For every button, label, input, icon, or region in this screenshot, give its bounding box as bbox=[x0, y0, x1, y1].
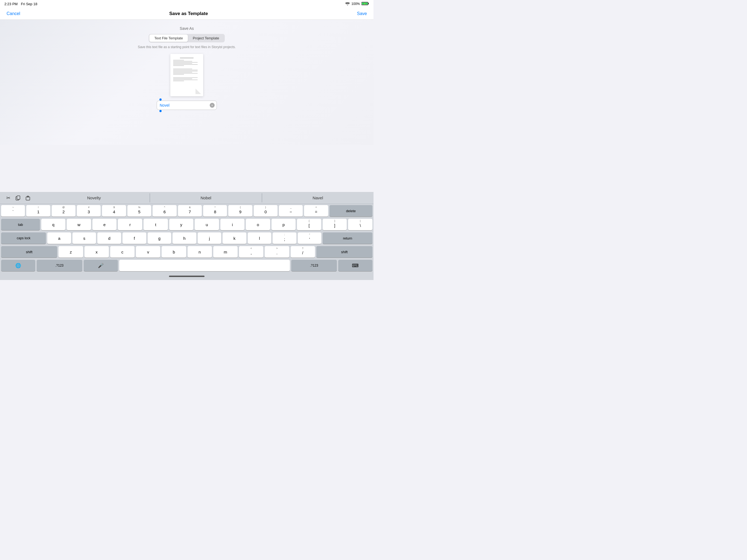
key-quote-apostrophe[interactable]: "' bbox=[298, 232, 321, 244]
key-shift-right[interactable]: shift bbox=[316, 246, 372, 258]
save-button[interactable]: Save bbox=[355, 10, 369, 17]
key-r[interactable]: r bbox=[118, 219, 142, 230]
key-delete[interactable]: delete bbox=[330, 205, 372, 217]
paste-icon[interactable] bbox=[23, 193, 33, 203]
key-z[interactable]: z bbox=[58, 246, 83, 258]
svg-text:⚡: ⚡ bbox=[364, 3, 366, 5]
segment-project[interactable]: Project Template bbox=[188, 34, 224, 42]
key-y[interactable]: y bbox=[169, 219, 194, 230]
key-num-switch-left[interactable]: .?123 bbox=[36, 260, 82, 271]
status-date: Fri Sep 18 bbox=[21, 2, 37, 6]
key-b[interactable]: b bbox=[162, 246, 186, 258]
key-space[interactable] bbox=[119, 260, 290, 271]
key-amp-7[interactable]: &7 bbox=[178, 205, 202, 217]
key-at-2[interactable]: @2 bbox=[52, 205, 75, 217]
key-q[interactable]: q bbox=[41, 219, 66, 230]
key-m[interactable]: m bbox=[213, 246, 238, 258]
svg-rect-5 bbox=[17, 196, 20, 199]
key-p[interactable]: p bbox=[272, 219, 296, 230]
key-rbrace-rbracket[interactable]: }] bbox=[323, 219, 347, 230]
svg-rect-6 bbox=[26, 197, 30, 200]
key-keyboard-dismiss[interactable]: ⌨ bbox=[338, 260, 372, 271]
key-l[interactable]: l bbox=[248, 232, 272, 244]
key-u[interactable]: u bbox=[195, 219, 219, 230]
wifi-icon bbox=[345, 2, 350, 6]
key-d[interactable]: d bbox=[97, 232, 121, 244]
key-mic[interactable]: 🎤 bbox=[84, 260, 118, 271]
key-e[interactable]: e bbox=[93, 219, 117, 230]
description-text: Save this text file as a starting point … bbox=[138, 45, 236, 49]
key-g[interactable]: g bbox=[148, 232, 172, 244]
key-lparen-9[interactable]: (9 bbox=[228, 205, 252, 217]
key-rparen-0[interactable]: )0 bbox=[254, 205, 278, 217]
key-globe[interactable]: 🌐 bbox=[1, 260, 35, 271]
key-o[interactable]: o bbox=[246, 219, 270, 230]
key-pipe-backslash[interactable]: |\ bbox=[348, 219, 372, 230]
key-v[interactable]: v bbox=[136, 246, 160, 258]
segmented-control: Text File Template Project Template bbox=[149, 34, 225, 42]
key-i[interactable]: i bbox=[221, 219, 245, 230]
home-indicator bbox=[0, 272, 374, 280]
key-w[interactable]: w bbox=[67, 219, 91, 230]
key-dollar-4[interactable]: $4 bbox=[102, 205, 126, 217]
input-clear-button[interactable]: × bbox=[210, 103, 215, 108]
key-f[interactable]: f bbox=[123, 232, 146, 244]
key-c[interactable]: c bbox=[110, 246, 134, 258]
key-tilde-backtick[interactable]: ~` bbox=[1, 205, 25, 217]
key-percent-5[interactable]: %5 bbox=[127, 205, 151, 217]
key-hash-3[interactable]: #3 bbox=[77, 205, 101, 217]
template-name-container: × bbox=[157, 101, 217, 110]
key-row-numbers: ~` !1 @2 #3 $4 %5 ^6 &7 *8 (9 )0 _− += d… bbox=[1, 205, 372, 217]
key-n[interactable]: n bbox=[187, 246, 212, 258]
key-caret-6[interactable]: ^6 bbox=[153, 205, 176, 217]
key-colon-semicolon[interactable]: :; bbox=[273, 232, 297, 244]
key-star-8[interactable]: *8 bbox=[203, 205, 227, 217]
key-row-bottom: 🌐 .?123 🎤 .?123 ⌨ bbox=[1, 260, 372, 271]
key-underscore-minus[interactable]: _− bbox=[279, 205, 303, 217]
key-exclaim-1[interactable]: !1 bbox=[26, 205, 50, 217]
selection-handle-bottom bbox=[159, 110, 162, 112]
battery-icon: ⚡ bbox=[361, 2, 369, 6]
key-x[interactable]: x bbox=[84, 246, 109, 258]
svg-rect-1 bbox=[368, 3, 369, 4]
keyboard-area: ✂ Novelty Nobel Navel ~` !1 @2 #3 $4 %5 … bbox=[0, 192, 374, 280]
key-brace-bracket[interactable]: {[ bbox=[297, 219, 321, 230]
selection-handle-top bbox=[159, 98, 162, 101]
suggestion-novelty[interactable]: Novelty bbox=[38, 193, 150, 202]
save-as-label: Save As bbox=[180, 26, 194, 31]
key-num-switch-right[interactable]: .?123 bbox=[291, 260, 337, 271]
nav-bar: Cancel Save as Template Save bbox=[0, 8, 374, 20]
key-k[interactable]: k bbox=[223, 232, 247, 244]
key-t[interactable]: t bbox=[144, 219, 168, 230]
key-question-slash[interactable]: ?/ bbox=[291, 246, 315, 258]
key-s[interactable]: s bbox=[73, 232, 96, 244]
main-content: Save As Text File Template Project Templ… bbox=[0, 20, 374, 145]
key-row-zxcv: shift z x c v b n m <, >. ?/ shift bbox=[1, 246, 372, 258]
key-return[interactable]: return bbox=[323, 232, 372, 244]
battery-label: 100% bbox=[351, 2, 360, 6]
key-plus-equals[interactable]: += bbox=[304, 205, 328, 217]
svg-rect-7 bbox=[27, 196, 29, 197]
autocomplete-bar: ✂ Novelty Nobel Navel bbox=[0, 192, 374, 204]
key-gt-period[interactable]: >. bbox=[265, 246, 289, 258]
doc-corner-fold bbox=[196, 88, 201, 94]
cancel-button[interactable]: Cancel bbox=[4, 10, 22, 17]
key-lt-comma[interactable]: <, bbox=[239, 246, 263, 258]
segment-text-file[interactable]: Text File Template bbox=[149, 34, 188, 42]
key-j[interactable]: j bbox=[198, 232, 222, 244]
key-shift-left[interactable]: shift bbox=[1, 246, 57, 258]
copy-icon[interactable] bbox=[13, 193, 23, 203]
status-bar: 2:23 PM Fri Sep 18 100% ⚡ bbox=[0, 0, 374, 8]
key-row-asdf: caps lock a s d f g h j k l :; "' return bbox=[1, 232, 372, 244]
key-a[interactable]: a bbox=[47, 232, 71, 244]
template-name-input[interactable] bbox=[157, 101, 217, 110]
nav-title: Save as Template bbox=[169, 11, 208, 17]
keyboard-rows: ~` !1 @2 #3 $4 %5 ^6 &7 *8 (9 )0 _− += d… bbox=[0, 204, 374, 272]
key-caps-lock[interactable]: caps lock bbox=[1, 232, 46, 244]
suggestion-nobel[interactable]: Nobel bbox=[150, 193, 262, 202]
suggestion-navel[interactable]: Navel bbox=[262, 193, 374, 202]
key-h[interactable]: h bbox=[173, 232, 196, 244]
scissors-icon[interactable]: ✂ bbox=[3, 193, 13, 203]
key-tab[interactable]: tab bbox=[1, 219, 40, 230]
status-time: 2:23 PM bbox=[4, 2, 18, 6]
